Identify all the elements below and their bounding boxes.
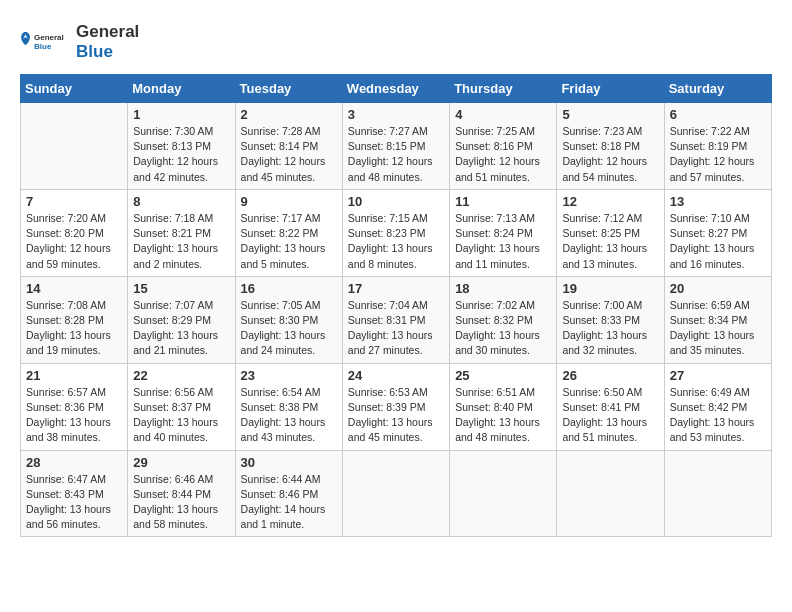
calendar-cell: 12Sunrise: 7:12 AM Sunset: 8:25 PM Dayli… [557, 189, 664, 276]
header-cell-monday: Monday [128, 75, 235, 103]
cell-content: Sunrise: 7:08 AM Sunset: 8:28 PM Dayligh… [26, 298, 122, 359]
day-number: 29 [133, 455, 229, 470]
day-number: 12 [562, 194, 658, 209]
day-number: 21 [26, 368, 122, 383]
calendar-cell: 13Sunrise: 7:10 AM Sunset: 8:27 PM Dayli… [664, 189, 771, 276]
calendar-cell: 9Sunrise: 7:17 AM Sunset: 8:22 PM Daylig… [235, 189, 342, 276]
calendar-cell: 4Sunrise: 7:25 AM Sunset: 8:16 PM Daylig… [450, 103, 557, 190]
cell-content: Sunrise: 7:12 AM Sunset: 8:25 PM Dayligh… [562, 211, 658, 272]
cell-content: Sunrise: 6:50 AM Sunset: 8:41 PM Dayligh… [562, 385, 658, 446]
week-row-2: 7Sunrise: 7:20 AM Sunset: 8:20 PM Daylig… [21, 189, 772, 276]
header-cell-friday: Friday [557, 75, 664, 103]
day-number: 22 [133, 368, 229, 383]
cell-content: Sunrise: 6:54 AM Sunset: 8:38 PM Dayligh… [241, 385, 337, 446]
logo-blue: Blue [76, 42, 139, 62]
week-row-3: 14Sunrise: 7:08 AM Sunset: 8:28 PM Dayli… [21, 276, 772, 363]
cell-content: Sunrise: 7:30 AM Sunset: 8:13 PM Dayligh… [133, 124, 229, 185]
cell-content: Sunrise: 7:00 AM Sunset: 8:33 PM Dayligh… [562, 298, 658, 359]
calendar-cell: 20Sunrise: 6:59 AM Sunset: 8:34 PM Dayli… [664, 276, 771, 363]
cell-content: Sunrise: 6:57 AM Sunset: 8:36 PM Dayligh… [26, 385, 122, 446]
day-number: 8 [133, 194, 229, 209]
cell-content: Sunrise: 7:18 AM Sunset: 8:21 PM Dayligh… [133, 211, 229, 272]
day-number: 2 [241, 107, 337, 122]
day-number: 7 [26, 194, 122, 209]
cell-content: Sunrise: 7:20 AM Sunset: 8:20 PM Dayligh… [26, 211, 122, 272]
calendar-cell: 1Sunrise: 7:30 AM Sunset: 8:13 PM Daylig… [128, 103, 235, 190]
calendar-cell: 28Sunrise: 6:47 AM Sunset: 8:43 PM Dayli… [21, 450, 128, 537]
header-cell-thursday: Thursday [450, 75, 557, 103]
day-number: 5 [562, 107, 658, 122]
header-cell-wednesday: Wednesday [342, 75, 449, 103]
day-number: 17 [348, 281, 444, 296]
day-number: 10 [348, 194, 444, 209]
cell-content: Sunrise: 7:23 AM Sunset: 8:18 PM Dayligh… [562, 124, 658, 185]
calendar-cell: 6Sunrise: 7:22 AM Sunset: 8:19 PM Daylig… [664, 103, 771, 190]
calendar-cell: 21Sunrise: 6:57 AM Sunset: 8:36 PM Dayli… [21, 363, 128, 450]
calendar-cell: 15Sunrise: 7:07 AM Sunset: 8:29 PM Dayli… [128, 276, 235, 363]
calendar-cell [342, 450, 449, 537]
logo: General Blue General Blue [20, 20, 139, 64]
calendar-cell: 8Sunrise: 7:18 AM Sunset: 8:21 PM Daylig… [128, 189, 235, 276]
cell-content: Sunrise: 6:47 AM Sunset: 8:43 PM Dayligh… [26, 472, 122, 533]
day-number: 6 [670, 107, 766, 122]
day-number: 11 [455, 194, 551, 209]
day-number: 3 [348, 107, 444, 122]
calendar-cell: 25Sunrise: 6:51 AM Sunset: 8:40 PM Dayli… [450, 363, 557, 450]
calendar-cell: 29Sunrise: 6:46 AM Sunset: 8:44 PM Dayli… [128, 450, 235, 537]
week-row-4: 21Sunrise: 6:57 AM Sunset: 8:36 PM Dayli… [21, 363, 772, 450]
day-number: 15 [133, 281, 229, 296]
calendar-cell [664, 450, 771, 537]
day-number: 19 [562, 281, 658, 296]
calendar-cell: 7Sunrise: 7:20 AM Sunset: 8:20 PM Daylig… [21, 189, 128, 276]
day-number: 4 [455, 107, 551, 122]
svg-text:Blue: Blue [34, 42, 52, 51]
day-number: 30 [241, 455, 337, 470]
cell-content: Sunrise: 7:07 AM Sunset: 8:29 PM Dayligh… [133, 298, 229, 359]
cell-content: Sunrise: 7:05 AM Sunset: 8:30 PM Dayligh… [241, 298, 337, 359]
cell-content: Sunrise: 7:28 AM Sunset: 8:14 PM Dayligh… [241, 124, 337, 185]
header-cell-tuesday: Tuesday [235, 75, 342, 103]
calendar-cell: 24Sunrise: 6:53 AM Sunset: 8:39 PM Dayli… [342, 363, 449, 450]
cell-content: Sunrise: 7:13 AM Sunset: 8:24 PM Dayligh… [455, 211, 551, 272]
cell-content: Sunrise: 6:53 AM Sunset: 8:39 PM Dayligh… [348, 385, 444, 446]
calendar-cell: 11Sunrise: 7:13 AM Sunset: 8:24 PM Dayli… [450, 189, 557, 276]
week-row-1: 1Sunrise: 7:30 AM Sunset: 8:13 PM Daylig… [21, 103, 772, 190]
cell-content: Sunrise: 7:22 AM Sunset: 8:19 PM Dayligh… [670, 124, 766, 185]
day-number: 13 [670, 194, 766, 209]
cell-content: Sunrise: 6:51 AM Sunset: 8:40 PM Dayligh… [455, 385, 551, 446]
svg-text:General: General [34, 33, 64, 42]
day-number: 26 [562, 368, 658, 383]
day-number: 1 [133, 107, 229, 122]
day-number: 20 [670, 281, 766, 296]
cell-content: Sunrise: 6:56 AM Sunset: 8:37 PM Dayligh… [133, 385, 229, 446]
calendar-cell: 3Sunrise: 7:27 AM Sunset: 8:15 PM Daylig… [342, 103, 449, 190]
day-number: 28 [26, 455, 122, 470]
calendar-cell [21, 103, 128, 190]
cell-content: Sunrise: 6:46 AM Sunset: 8:44 PM Dayligh… [133, 472, 229, 533]
calendar-table: SundayMondayTuesdayWednesdayThursdayFrid… [20, 74, 772, 537]
day-number: 25 [455, 368, 551, 383]
calendar-header: SundayMondayTuesdayWednesdayThursdayFrid… [21, 75, 772, 103]
calendar-cell: 22Sunrise: 6:56 AM Sunset: 8:37 PM Dayli… [128, 363, 235, 450]
header-row: SundayMondayTuesdayWednesdayThursdayFrid… [21, 75, 772, 103]
cell-content: Sunrise: 7:15 AM Sunset: 8:23 PM Dayligh… [348, 211, 444, 272]
calendar-cell: 2Sunrise: 7:28 AM Sunset: 8:14 PM Daylig… [235, 103, 342, 190]
day-number: 18 [455, 281, 551, 296]
cell-content: Sunrise: 7:17 AM Sunset: 8:22 PM Dayligh… [241, 211, 337, 272]
logo-text: General Blue [76, 22, 139, 63]
cell-content: Sunrise: 7:04 AM Sunset: 8:31 PM Dayligh… [348, 298, 444, 359]
cell-content: Sunrise: 7:25 AM Sunset: 8:16 PM Dayligh… [455, 124, 551, 185]
page-header: General Blue General Blue [20, 20, 772, 64]
cell-content: Sunrise: 6:59 AM Sunset: 8:34 PM Dayligh… [670, 298, 766, 359]
calendar-cell: 30Sunrise: 6:44 AM Sunset: 8:46 PM Dayli… [235, 450, 342, 537]
cell-content: Sunrise: 6:44 AM Sunset: 8:46 PM Dayligh… [241, 472, 337, 533]
day-number: 16 [241, 281, 337, 296]
calendar-cell [557, 450, 664, 537]
calendar-cell: 19Sunrise: 7:00 AM Sunset: 8:33 PM Dayli… [557, 276, 664, 363]
cell-content: Sunrise: 7:02 AM Sunset: 8:32 PM Dayligh… [455, 298, 551, 359]
calendar-cell: 26Sunrise: 6:50 AM Sunset: 8:41 PM Dayli… [557, 363, 664, 450]
calendar-cell: 5Sunrise: 7:23 AM Sunset: 8:18 PM Daylig… [557, 103, 664, 190]
cell-content: Sunrise: 7:27 AM Sunset: 8:15 PM Dayligh… [348, 124, 444, 185]
calendar-cell: 27Sunrise: 6:49 AM Sunset: 8:42 PM Dayli… [664, 363, 771, 450]
header-cell-saturday: Saturday [664, 75, 771, 103]
